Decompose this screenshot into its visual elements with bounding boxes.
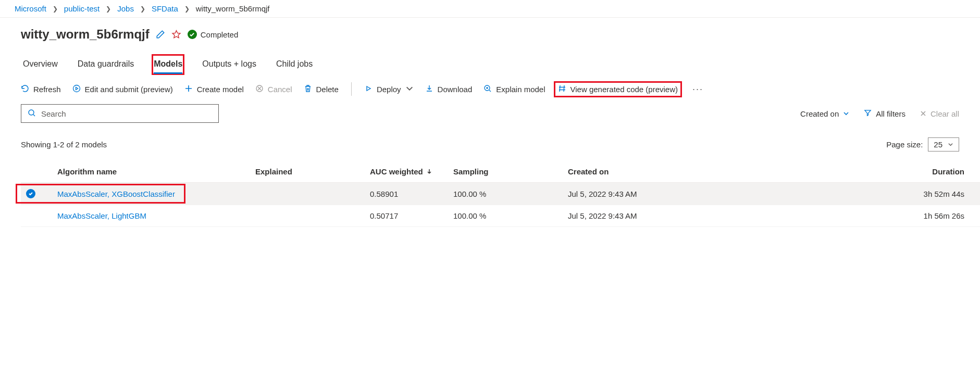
delete-button[interactable]: Delete <box>304 84 339 94</box>
chevron-right-icon: ❯ <box>106 5 111 12</box>
view-generated-code-button[interactable]: View generated code (preview) <box>557 84 679 94</box>
delete-label: Delete <box>316 85 339 94</box>
more-actions-button[interactable]: ··· <box>690 84 705 95</box>
refresh-button[interactable]: Refresh <box>21 84 61 94</box>
download-icon <box>425 84 433 94</box>
download-label: Download <box>438 85 473 94</box>
created-on-label: Created on <box>800 109 839 118</box>
edit-submit-button[interactable]: Edit and submit (preview) <box>72 84 173 94</box>
deploy-button[interactable]: Deploy <box>364 84 414 94</box>
results-count: Showing 1-2 of 2 models <box>21 140 107 149</box>
chevron-right-icon: ❯ <box>53 5 58 12</box>
page-size-label: Page size: <box>886 140 923 149</box>
col-auc-label: AUC weighted <box>370 167 423 176</box>
close-icon <box>920 109 926 118</box>
cell-duration: 3h 52m 44s <box>714 190 975 198</box>
create-model-label: Create model <box>197 85 244 94</box>
toolbar: Refresh Edit and submit (preview) Create… <box>0 74 980 101</box>
clear-all-button[interactable]: Clear all <box>920 109 959 118</box>
edit-submit-label: Edit and submit (preview) <box>85 85 173 94</box>
cell-auc: 0.58901 <box>370 190 453 198</box>
algorithm-link[interactable]: MaxAbsScaler, XGBoostClassifier <box>57 190 175 198</box>
cancel-label: Cancel <box>268 85 292 94</box>
favorite-star-icon[interactable] <box>171 30 181 40</box>
cell-created: Jul 5, 2022 9:43 AM <box>568 211 714 220</box>
tab-outputs-logs[interactable]: Outputs + logs <box>201 55 257 74</box>
all-filters-button[interactable]: All filters <box>864 109 905 118</box>
breadcrumb-item-jobs[interactable]: Jobs <box>117 4 134 13</box>
cell-duration: 1h 56m 26s <box>714 211 975 220</box>
edit-icon[interactable] <box>156 30 165 39</box>
divider <box>351 82 352 96</box>
cell-sampling: 100.00 % <box>453 211 568 220</box>
chevron-right-icon: ❯ <box>184 5 190 12</box>
chevron-down-icon <box>405 84 414 94</box>
page-title: witty_worm_5b6rmqjf <box>21 27 150 42</box>
breadcrumb-item-microsoft[interactable]: Microsoft <box>15 4 46 13</box>
status-badge: Completed <box>188 30 239 39</box>
page-size-value: 25 <box>934 140 942 149</box>
check-circle-icon <box>188 30 197 39</box>
refresh-label: Refresh <box>33 85 61 94</box>
tabs: Overview Data guardrails Models Outputs … <box>21 55 959 74</box>
magnify-plus-icon <box>483 84 492 94</box>
refresh-icon <box>21 84 29 94</box>
view-code-label: View generated code (preview) <box>570 85 678 94</box>
explain-label: Explain model <box>496 85 545 94</box>
col-auc[interactable]: AUC weighted <box>370 167 453 176</box>
deploy-icon <box>364 84 373 94</box>
chevron-down-icon <box>948 140 953 149</box>
breadcrumb-item-public-test[interactable]: public-test <box>64 4 100 13</box>
chevron-right-icon: ❯ <box>140 5 145 12</box>
col-created[interactable]: Created on <box>568 167 714 176</box>
search-icon <box>28 109 36 119</box>
tab-models[interactable]: Models <box>153 55 183 74</box>
models-table: Algorithm name Explained AUC weighted Sa… <box>21 161 980 227</box>
tab-data-guardrails[interactable]: Data guardrails <box>77 55 135 74</box>
col-explained[interactable]: Explained <box>255 167 370 176</box>
page-header: witty_worm_5b6rmqjf Completed Overview D… <box>0 18 980 74</box>
hash-icon <box>558 84 566 94</box>
status-text: Completed <box>201 30 239 39</box>
search-input[interactable] <box>41 109 212 118</box>
table-header: Algorithm name Explained AUC weighted Sa… <box>21 161 980 183</box>
cancel-icon <box>255 84 264 94</box>
clear-all-label: Clear all <box>931 109 959 118</box>
deploy-label: Deploy <box>377 85 401 94</box>
download-button[interactable]: Download <box>425 84 473 94</box>
cell-sampling: 100.00 % <box>453 190 568 198</box>
breadcrumb-item-current: witty_worm_5b6rmqjf <box>196 4 270 13</box>
filter-icon <box>864 109 872 118</box>
filter-row: Created on All filters Clear all <box>0 101 980 128</box>
row-selected-icon[interactable] <box>26 189 35 198</box>
breadcrumb: Microsoft ❯ public-test ❯ Jobs ❯ SFData … <box>0 0 980 18</box>
col-algorithm[interactable]: Algorithm name <box>57 167 255 176</box>
arrow-down-icon <box>426 167 432 176</box>
trash-icon <box>304 84 312 94</box>
search-box[interactable] <box>21 104 219 123</box>
col-sampling[interactable]: Sampling <box>453 167 568 176</box>
tab-overview[interactable]: Overview <box>22 55 59 74</box>
cancel-button: Cancel <box>255 84 292 94</box>
created-on-filter[interactable]: Created on <box>800 109 849 118</box>
chevron-down-icon <box>843 109 849 118</box>
create-model-button[interactable]: Create model <box>184 84 244 94</box>
cell-auc: 0.50717 <box>370 211 453 220</box>
tab-child-jobs[interactable]: Child jobs <box>275 55 314 74</box>
explain-model-button[interactable]: Explain model <box>483 84 545 94</box>
cell-created: Jul 5, 2022 9:43 AM <box>568 190 714 198</box>
svg-point-0 <box>73 85 80 92</box>
all-filters-label: All filters <box>876 109 905 118</box>
count-row: Showing 1-2 of 2 models Page size: 25 <box>0 128 980 156</box>
play-circle-icon <box>72 84 81 94</box>
svg-point-3 <box>29 110 34 115</box>
plus-icon <box>184 84 193 94</box>
algorithm-link[interactable]: MaxAbsScaler, LightGBM <box>57 211 146 220</box>
col-duration[interactable]: Duration <box>714 167 975 176</box>
breadcrumb-item-sfdata[interactable]: SFData <box>152 4 178 13</box>
table-row[interactable]: MaxAbsScaler, XGBoostClassifier 0.58901 … <box>21 183 980 205</box>
page-size-select[interactable]: 25 <box>928 137 959 152</box>
table-row[interactable]: MaxAbsScaler, LightGBM 0.50717 100.00 % … <box>21 205 980 227</box>
